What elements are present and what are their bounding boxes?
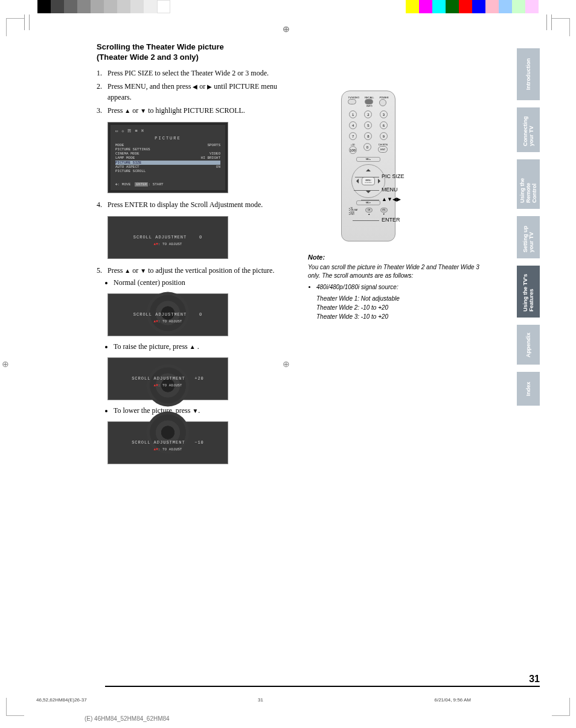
chapter-tabs: Introduction Connecting your TV Using th… [517, 48, 540, 413]
trim-mark [551, 14, 552, 30]
tab-setup: Setting up your TV [517, 216, 540, 258]
up-triangle-icon: ▲ [190, 343, 196, 350]
tab-index: Index [517, 372, 540, 406]
tab-remote: Using the Remote Control [517, 159, 540, 209]
registration-mark [284, 27, 292, 34]
osd-picture-menu: ▭ ☼ ☴ ⌧ ⌘ PICTURE MODESPORTS PICTURE SET… [107, 122, 228, 193]
tab-connecting: Connecting your TV [517, 107, 540, 152]
tab-appendix: Appendix [517, 325, 540, 365]
step-1: Press PIC SIZE to select the Theater Wid… [97, 68, 296, 78]
remote-fav-up: FAV▲ [356, 157, 380, 162]
remote-tvvideo-button [348, 99, 356, 104]
osd-tab-icon: ⌧ [135, 129, 137, 133]
down-triangle-icon: ▼ [192, 407, 198, 414]
remote-num-2: 2 [364, 110, 372, 118]
page-number-rule [105, 686, 540, 687]
remote-num-1: 1 [349, 110, 357, 118]
color-bar [37, 0, 170, 13]
step-2: Press MENU, and then press ◀ or ▶ until … [97, 81, 296, 103]
remote-vol-button: VOL [380, 208, 388, 212]
remote-recall-button [365, 99, 373, 104]
dpad-down-icon [366, 191, 371, 196]
remote-num-4: 4 [349, 121, 357, 129]
remote-num-3: 3 [380, 110, 388, 118]
step-4: Press ENTER to display the Scroll Adjust… [97, 199, 296, 210]
osd-scroll-adjustment-center: SCROLL ADJUSTMENT 0 ▲▼: TO ADJUST [107, 293, 228, 336]
osd-tab-icon: ⌘ [141, 129, 144, 133]
crop-mark [6, 18, 24, 36]
osd-tab-icon: ▭ [115, 129, 118, 133]
section-heading: Scrolling the Theater Wide picture (Thea… [97, 42, 296, 63]
remote-menu-button: MENUEXIT/MENU [362, 177, 375, 185]
remote-mode-list: ▸TV▸CBL/SAT▸VCR▸DVD [349, 208, 357, 216]
callout-picsize: PIC SIZE [382, 173, 405, 179]
callout-enter: ENTER [382, 217, 400, 223]
note-detail: Theater Wide 3: -10 to +20 [308, 312, 489, 321]
tab-introduction: Introduction [517, 48, 540, 100]
trim-mark [24, 14, 25, 30]
note-detail: Theater Wide 2: -10 to +20 [308, 303, 489, 312]
note-body: You can scroll the picture in Theater Wi… [308, 263, 489, 280]
remote-ch-button: CH [365, 208, 373, 212]
up-triangle-icon: ▲ [124, 107, 130, 114]
up-down-arrow-icon: ▲▼ [154, 383, 158, 388]
color-bar [406, 0, 539, 13]
trim-mark [29, 14, 30, 30]
instruction-list-cont: Press ▲ or ▼ to adjust the vertical posi… [97, 265, 296, 276]
remote-ent-button: ENT [378, 146, 388, 153]
down-triangle-icon: ▼ [140, 267, 146, 274]
bullet-lower: To lower the picture, press ▼. [114, 406, 296, 415]
remote-num-0: 0 [363, 143, 371, 151]
note-heading: Note: [308, 254, 489, 261]
remote-dpad: MENUEXIT/MENU [351, 164, 385, 198]
remote-num-9: 9 [380, 132, 388, 140]
model-footer: (E) 46HM84_52HM84_62HM84 [85, 715, 170, 722]
tab-features: Using the TV's Features [517, 266, 540, 318]
callout-menu: MENU [382, 187, 398, 193]
osd-scroll-adjustment-minus10: SCROLL ADJUSTMENT −10 ▲▼: TO ADJUST [107, 421, 228, 464]
up-down-arrow-icon: ▲▼ [154, 319, 158, 324]
step-5: Press ▲ or ▼ to adjust the vertical posi… [97, 265, 296, 276]
page-number: 31 [529, 674, 540, 685]
dpad-up-icon [366, 167, 371, 171]
up-triangle-icon: ▲ [124, 267, 130, 274]
crop-mark [6, 698, 24, 716]
osd-tab-icon: ☼ [121, 129, 124, 133]
remote-num-5: 5 [364, 121, 372, 129]
crop-mark [552, 698, 570, 716]
osd-tab-icon: ☴ [127, 129, 131, 133]
crop-mark [552, 18, 570, 36]
remote-num-6: 6 [380, 121, 388, 129]
dpad-left-icon [354, 179, 359, 184]
remote-num-100: 100 [349, 146, 357, 154]
osd-scroll-adjustment-plus20: SCROLL ADJUSTMENT +20 ▲▼: TO ADJUST [107, 357, 228, 400]
bullet-raise: To raise the picture, press ▲ . [114, 342, 296, 351]
up-down-arrow-icon: ▲▼ [154, 447, 158, 452]
trim-mark [546, 14, 547, 30]
instruction-list: Press PIC SIZE to select the Theater Wid… [97, 68, 296, 116]
remote-fav-down: FAV▼ [356, 200, 380, 205]
registration-mark [4, 362, 11, 369]
instruction-list-cont: Press ENTER to display the Scroll Adjust… [97, 199, 296, 210]
note-source-list: 480i/480p/1080i signal source: [308, 284, 489, 290]
print-footer: 46,52,62HM84(E)26-37 31 6/21/04, 9:56 AM [36, 697, 471, 703]
note-detail: Theater Wide 1: Not adjustable [308, 294, 489, 303]
dpad-right-icon [378, 179, 383, 184]
step-3: Press ▲ or ▼ to highlight PICTURE SCROLL… [97, 105, 296, 116]
up-down-arrow-icon: ▲▼ [154, 242, 158, 246]
down-triangle-icon: ▼ [140, 107, 146, 114]
callout-arrows: ▲▼◀▶ [382, 196, 401, 202]
remote-power-button [379, 99, 386, 106]
bullet-normal: Normal (center) position [114, 278, 296, 287]
remote-num-7: 7 [349, 132, 357, 140]
osd-title: PICTURE [115, 136, 220, 141]
remote-num-8: 8 [364, 132, 372, 140]
osd-scroll-adjustment-0: SCROLL ADJUSTMENT 0 ▲▼: TO ADJUST [107, 216, 228, 259]
